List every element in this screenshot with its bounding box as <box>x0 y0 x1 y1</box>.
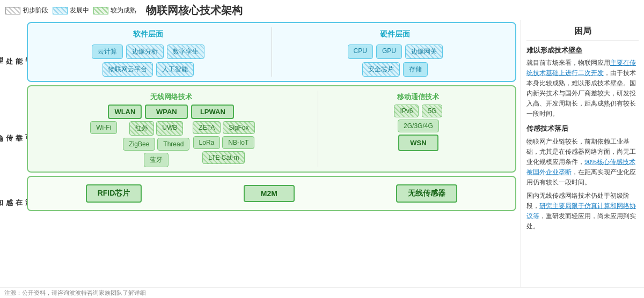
reliable-transport-row: 可 靠 传 输 无线网络技术 WLAN WPAN LPW <box>4 85 516 173</box>
legend-icon-early <box>5 7 20 14</box>
legend-icon-mature <box>93 7 108 14</box>
pervasive-sensing-row: 泛 在 感 知 RFID芯片 M2M 无线传感器 <box>4 176 516 211</box>
bottom-note: 注源：公开资料，请咨询波波特咨询家族团队了解详细 <box>0 287 644 298</box>
legend-bar: 初步阶段 发展中 较为成熟 物联网核心技术架构 <box>0 0 644 20</box>
tag-edge-gw: 边缘网关 <box>405 44 443 59</box>
software-row1: 云计算 边缘分析 数字孪生 <box>32 44 264 59</box>
diagram-area: 智 能 处 理 软件层面 云计算 边缘分析 数字孪生 <box>0 20 521 287</box>
legend-label-developing: 发展中 <box>70 6 89 15</box>
wireless-grid: WLAN WPAN LPWAN Wi-Fi <box>32 105 310 167</box>
tag-digital-twin: 数字孪生 <box>167 44 204 59</box>
wlan-items: Wi-Fi <box>87 121 120 167</box>
lpwan-row1: ZETA SigFox <box>193 121 254 134</box>
software-row2: 物联网云平台 人工智能 <box>32 62 264 77</box>
tag-5g: 5G <box>422 105 442 117</box>
tag-gpu: GPU <box>376 44 402 59</box>
smart-processing-row: 智 能 处 理 软件层面 云计算 边缘分析 数字孪生 <box>4 22 516 82</box>
tag-2g3g4g: 2G/3G/4G <box>398 120 439 132</box>
software-header: 软件层面 <box>32 27 264 41</box>
page-title: 物联网核心技术架构 <box>146 3 243 18</box>
legend-label-early: 初步阶段 <box>23 6 48 15</box>
tag-storage: 存储 <box>403 62 428 77</box>
sidebar-section2-text2: 国内无线传感网络技术仍处于初级阶段，研究主要局限于仿真计算和网络协议等，重研发而… <box>526 191 639 232</box>
main-content: 智 能 处 理 软件层面 云计算 边缘分析 数字孪生 <box>0 20 644 287</box>
pervasive-sensing-box: RFID芯片 M2M 无线传感器 <box>27 176 516 211</box>
legend-icon-developing <box>53 7 68 14</box>
tag-cloud: 云计算 <box>92 44 123 59</box>
tag-ipv6: IPv6 <box>394 105 419 117</box>
legend-item-early: 初步阶段 <box>5 6 48 15</box>
wpan-row1: 红外 UWB <box>129 121 183 136</box>
mobile-row3: WSN <box>398 135 438 151</box>
tag-wpan-cat: WPAN <box>145 105 188 119</box>
mobile-row1: IPv6 5G <box>394 105 442 117</box>
tag-m2m: M2M <box>244 185 295 202</box>
software-panel: 软件层面 云计算 边缘分析 数字孪生 物联网云平台 人工智能 <box>32 27 264 77</box>
reliable-transport-box: 无线网络技术 WLAN WPAN LPWAN <box>27 85 516 173</box>
tag-zeta: ZETA <box>193 121 221 134</box>
tag-lora: LoRa <box>193 136 221 149</box>
wpan-row3: 蓝牙 <box>144 153 169 167</box>
sidebar-section1-title: 难以形成技术壁垒 <box>526 45 639 56</box>
sidebar-section1-text: 就目前市场来看，物联网应用主要在传统技术基础上进行二次开发，由于技术本身比较成熟… <box>526 58 639 119</box>
sidebar-link1[interactable]: 主要在传统技术基础上进行二次开发 <box>526 59 636 76</box>
lpwan-items: ZETA SigFox LoRa NB-IoT LTE Cat-m <box>193 121 254 167</box>
sidebar-title: 困局 <box>526 24 639 41</box>
tag-wifi: Wi-Fi <box>90 121 117 134</box>
tag-nb-iot: NB-IoT <box>222 136 254 149</box>
tag-uwb: UWB <box>156 121 183 136</box>
reliable-section-inner: 无线网络技术 WLAN WPAN LPWAN <box>32 91 511 167</box>
sidebar: 困局 难以形成技术壁垒 就目前市场来看，物联网应用主要在传统技术基础上进行二次开… <box>521 20 644 287</box>
wireless-sub-row: Wi-Fi 红外 UWB ZigBee <box>32 121 310 167</box>
sidebar-link3[interactable]: 研究主要局限于仿真计算和网络协议等 <box>526 203 636 219</box>
legend-item-developing: 发展中 <box>53 6 89 15</box>
mobile-grid: IPv6 5G 2G/3G/4G WSN <box>326 105 511 151</box>
lpwan-row2: LoRa NB-IoT <box>193 136 255 149</box>
tag-cpu: CPU <box>348 44 373 59</box>
hardware-header: 硬件层面 <box>280 27 511 41</box>
tag-lte-catm: LTE Cat-m <box>202 151 245 164</box>
tag-lpwan-cat: LPWAN <box>191 105 234 119</box>
tag-zigbee: ZigBee <box>123 138 155 151</box>
tag-rfid: RFID芯片 <box>86 184 142 203</box>
wireless-cat-row: WLAN WPAN LPWAN <box>32 105 310 119</box>
mobile-panel: 移动通信技术 IPv6 5G 2G/3G/4G WSN <box>326 91 511 167</box>
panel-divider <box>272 27 272 77</box>
tag-security-chip: 安全芯片 <box>362 62 400 77</box>
legend-item-mature: 较为成熟 <box>93 6 136 15</box>
smart-processing-label: 智 能 处 理 <box>4 22 24 82</box>
sidebar-link2[interactable]: 90%核心传感技术被国外企业垄断 <box>526 159 635 175</box>
sidebar-section2-text1: 物联网产业链较长，前期依赖工业基础，尤其是在传感器网络方面，尚无工业化规模应用条… <box>526 137 639 188</box>
wpan-row2: ZigBee Thread <box>123 138 189 151</box>
tag-iot-platform: 物联网云平台 <box>103 62 153 77</box>
wpan-items: 红外 UWB ZigBee Thread 蓝牙 <box>123 121 189 167</box>
wireless-header: 无线网络技术 <box>32 91 310 105</box>
reliable-divider <box>318 91 318 167</box>
reliable-transport-label: 可 靠 传 输 <box>4 85 24 173</box>
tag-infrared: 红外 <box>129 121 154 136</box>
mobile-row2: 2G/3G/4G <box>398 120 439 132</box>
lpwan-row3: LTE Cat-m <box>202 151 245 164</box>
tag-bluetooth: 蓝牙 <box>144 153 169 167</box>
tag-wireless-sensor: 无线传感器 <box>396 184 457 203</box>
hardware-panel: 硬件层面 CPU GPU 边缘网关 安全芯片 存储 <box>280 27 511 77</box>
tag-thread: Thread <box>157 138 189 151</box>
sidebar-section2-title: 传感技术落后 <box>526 123 639 135</box>
pervasive-section-inner: RFID芯片 M2M 无线传感器 <box>32 181 511 206</box>
tag-sigfox: SigFox <box>223 121 254 134</box>
tag-wsn: WSN <box>398 135 438 151</box>
tag-ai: 人工智能 <box>156 62 194 77</box>
wireless-panel: 无线网络技术 WLAN WPAN LPWAN <box>32 91 310 167</box>
tag-edge-analysis: 边缘分析 <box>126 44 164 59</box>
mobile-header: 移动通信技术 <box>326 91 511 105</box>
hardware-row1: CPU GPU 边缘网关 <box>280 44 511 59</box>
tag-wlan-cat: WLAN <box>108 105 142 119</box>
smart-processing-box: 软件层面 云计算 边缘分析 数字孪生 物联网云平台 人工智能 <box>27 22 516 82</box>
pervasive-sensing-label: 泛 在 感 知 <box>4 176 24 211</box>
hardware-row2: 安全芯片 存储 <box>280 62 511 77</box>
smart-section-inner: 软件层面 云计算 边缘分析 数字孪生 物联网云平台 人工智能 <box>32 27 511 77</box>
legend-label-mature: 较为成熟 <box>111 6 136 15</box>
